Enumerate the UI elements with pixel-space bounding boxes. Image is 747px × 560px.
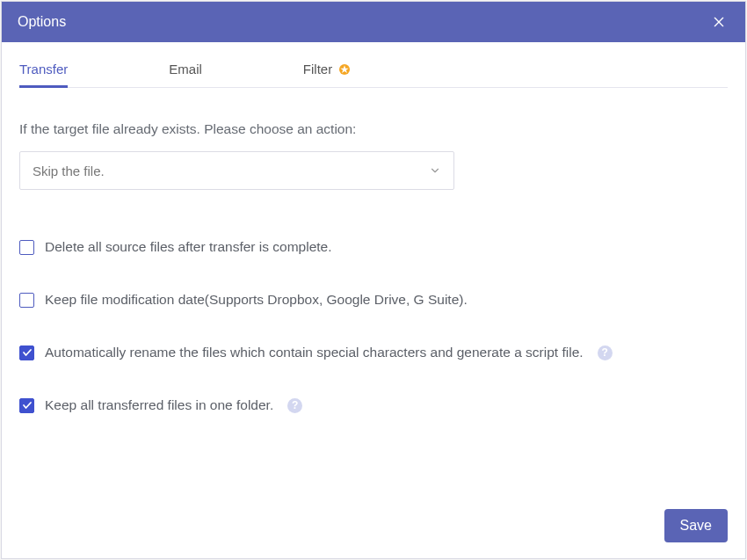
checkbox[interactable] [19, 240, 34, 255]
tab-bar: Transfer Email Filter [19, 53, 728, 88]
close-icon [712, 15, 726, 29]
checkbox-label: Keep file modification date(Supports Dro… [45, 292, 468, 308]
save-button[interactable]: Save [664, 509, 728, 542]
tab-label: Transfer [19, 62, 68, 76]
checkbox-label: Automatically rename the files which con… [45, 345, 584, 360]
starburst-icon [337, 62, 352, 76]
checkbox[interactable] [19, 293, 34, 308]
options-list: Delete all source files after transfer i… [19, 239, 728, 413]
checkbox-label: Delete all source files after transfer i… [45, 239, 332, 255]
close-button[interactable] [708, 11, 729, 33]
tab-email[interactable]: Email [169, 53, 202, 87]
checkbox[interactable] [19, 398, 34, 413]
titlebar: Options [2, 2, 745, 42]
tab-content: If the target file already exists. Pleas… [19, 88, 728, 413]
dialog-title: Options [18, 14, 66, 30]
exists-action-select[interactable]: Skip the file. [19, 151, 454, 190]
chevron-down-icon [429, 164, 441, 177]
checkmark-icon [22, 400, 33, 411]
option-keep-mod-date: Keep file modification date(Supports Dro… [19, 292, 728, 308]
tab-label: Filter [303, 62, 332, 76]
checkbox-label: Keep all transferred files in one folder… [45, 397, 273, 413]
options-dialog: Options Transfer Email Filter If the tar… [1, 1, 746, 559]
tab-filter[interactable]: Filter [303, 53, 352, 87]
select-value: Skip the file. [33, 164, 105, 178]
dialog-footer: Save [664, 509, 728, 542]
tab-label: Email [169, 62, 202, 76]
option-auto-rename: Automatically rename the files which con… [19, 345, 728, 360]
checkmark-icon [22, 347, 33, 358]
option-one-folder: Keep all transferred files in one folder… [19, 397, 728, 413]
help-icon[interactable]: ? [598, 345, 613, 360]
dialog-body: Transfer Email Filter If the target file… [2, 42, 745, 558]
option-delete-source: Delete all source files after transfer i… [19, 239, 728, 255]
exists-prompt: If the target file already exists. Pleas… [19, 121, 728, 137]
tab-transfer[interactable]: Transfer [19, 53, 68, 87]
help-icon[interactable]: ? [287, 398, 302, 413]
checkbox[interactable] [19, 345, 34, 360]
